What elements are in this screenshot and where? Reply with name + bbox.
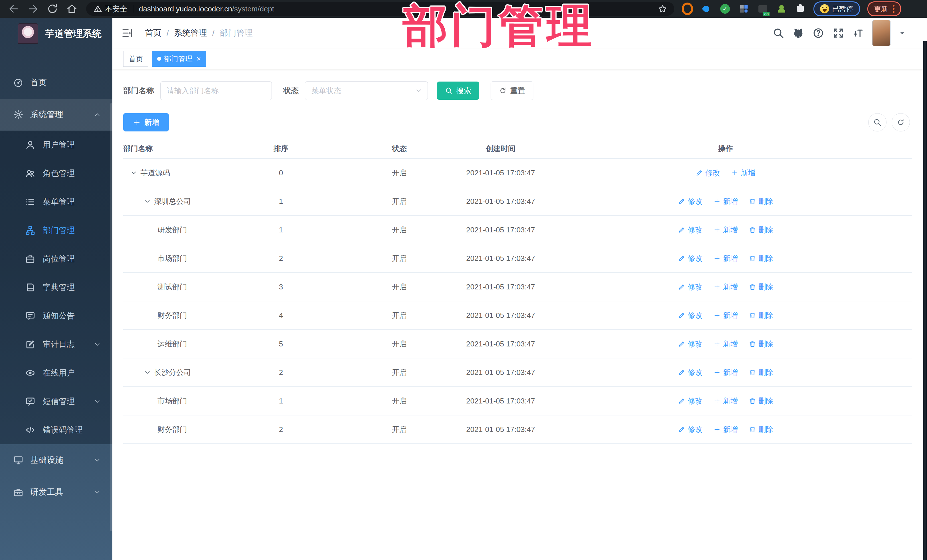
row-action-del[interactable]: 删除 bbox=[749, 311, 773, 320]
sidebar-item-字典管理[interactable]: 字典管理 bbox=[0, 273, 112, 302]
sidebar-item-用户管理[interactable]: 用户管理 bbox=[0, 131, 112, 159]
sidebar-item-部门管理[interactable]: 部门管理 bbox=[0, 216, 112, 244]
reload-icon[interactable] bbox=[47, 3, 58, 15]
expand-caret-icon[interactable] bbox=[144, 197, 151, 205]
row-action-edit[interactable]: 修改 bbox=[678, 425, 702, 434]
status-cell: 开启 bbox=[337, 196, 462, 206]
help-icon[interactable] bbox=[812, 27, 824, 39]
profile-chip[interactable]: 已暂停 bbox=[813, 2, 860, 16]
scrollbar-thumb[interactable] bbox=[923, 41, 927, 560]
created-cell: 2021-01-05 17:03:47 bbox=[462, 397, 539, 405]
back-icon[interactable] bbox=[8, 3, 20, 15]
row-action-del[interactable]: 删除 bbox=[749, 339, 773, 349]
row-action-del[interactable]: 删除 bbox=[749, 367, 773, 378]
sidebar-item-通知公告[interactable]: 通知公告 bbox=[0, 302, 112, 330]
home-icon[interactable] bbox=[66, 3, 78, 15]
sidebar-item-基础设施[interactable]: 基础设施 bbox=[0, 444, 112, 476]
row-action-add[interactable]: 新增 bbox=[713, 425, 738, 434]
actions-cell: 修改新增 bbox=[539, 168, 912, 178]
puzzle-extension-icon[interactable] bbox=[795, 3, 806, 15]
sidebar-item-菜单管理[interactable]: 菜单管理 bbox=[0, 188, 112, 216]
breadcrumb-home[interactable]: 首页 bbox=[145, 27, 161, 39]
row-action-del[interactable]: 删除 bbox=[749, 282, 773, 292]
sidebar-scrollbar[interactable] bbox=[110, 103, 112, 531]
row-action-add[interactable]: 新增 bbox=[713, 339, 738, 349]
row-action-add[interactable]: 新增 bbox=[731, 168, 755, 178]
sidebar-item-首页[interactable]: 首页 bbox=[0, 67, 112, 99]
status-cell: 开启 bbox=[337, 311, 462, 320]
row-action-edit[interactable]: 修改 bbox=[696, 168, 720, 178]
row-action-add[interactable]: 新增 bbox=[713, 196, 738, 206]
sidebar-item-系统管理[interactable]: 系统管理 bbox=[0, 99, 112, 131]
row-action-edit[interactable]: 修改 bbox=[678, 367, 702, 378]
row-action-add[interactable]: 新增 bbox=[713, 225, 738, 235]
sidebar-item-岗位管理[interactable]: 岗位管理 bbox=[0, 244, 112, 273]
grid-extension-icon[interactable] bbox=[738, 3, 749, 15]
fullscreen-icon[interactable] bbox=[832, 27, 844, 39]
sidebar-item-label: 部门管理 bbox=[43, 225, 75, 236]
browser-menu-icon[interactable] bbox=[893, 5, 895, 13]
reset-button[interactable]: 重置 bbox=[491, 81, 533, 100]
trash-icon bbox=[749, 369, 756, 376]
search-button[interactable]: 搜索 bbox=[437, 82, 479, 100]
dept-name-input[interactable]: 请输入部门名称 bbox=[160, 81, 272, 100]
add-button[interactable]: 新增 bbox=[123, 113, 169, 132]
row-action-del[interactable]: 删除 bbox=[749, 225, 773, 235]
sidebar-item-短信管理[interactable]: 短信管理 bbox=[0, 387, 112, 416]
row-action-edit[interactable]: 修改 bbox=[678, 396, 702, 406]
row-action-add[interactable]: 新增 bbox=[713, 367, 738, 378]
expand-caret-icon[interactable] bbox=[130, 169, 137, 176]
users-icon bbox=[25, 168, 35, 179]
status-select[interactable]: 菜单状态 bbox=[305, 81, 428, 100]
close-tab-icon[interactable]: × bbox=[196, 55, 201, 62]
user-avatar[interactable] bbox=[872, 20, 891, 46]
sidebar-item-错误码管理[interactable]: 错误码管理 bbox=[0, 416, 112, 444]
bookmark-star-icon[interactable] bbox=[658, 4, 667, 14]
row-action-add[interactable]: 新增 bbox=[713, 396, 738, 406]
check-circle-extension-icon[interactable]: ✓ bbox=[719, 3, 731, 15]
expand-caret-icon[interactable] bbox=[144, 369, 151, 376]
refresh-table-button[interactable] bbox=[892, 113, 910, 132]
breadcrumb-system[interactable]: 系统管理 bbox=[174, 27, 207, 39]
sidebar-item-在线用户[interactable]: 在线用户 bbox=[0, 359, 112, 387]
update-button[interactable]: 更新 bbox=[868, 2, 901, 16]
hamburger-icon[interactable] bbox=[121, 27, 134, 39]
eye-icon bbox=[25, 368, 35, 378]
row-action-del[interactable]: 删除 bbox=[749, 396, 773, 406]
tab-首页[interactable]: 首页 bbox=[123, 51, 148, 67]
row-action-edit[interactable]: 修改 bbox=[678, 253, 702, 264]
security-badge[interactable]: 不安全 bbox=[94, 4, 127, 14]
row-action-edit[interactable]: 修改 bbox=[678, 311, 702, 320]
chevron-down-icon bbox=[94, 341, 101, 348]
row-action-edit[interactable]: 修改 bbox=[678, 196, 702, 206]
sidebar-item-审计日志[interactable]: 审计日志 bbox=[0, 330, 112, 359]
row-action-add[interactable]: 新增 bbox=[713, 253, 738, 264]
row-action-add[interactable]: 新增 bbox=[713, 311, 738, 320]
row-action-edit[interactable]: 修改 bbox=[678, 339, 702, 349]
row-action-edit[interactable]: 修改 bbox=[678, 225, 702, 235]
sidebar-item-角色管理[interactable]: 角色管理 bbox=[0, 159, 112, 188]
show-search-button[interactable] bbox=[868, 113, 886, 132]
github-icon[interactable] bbox=[792, 27, 804, 39]
tab-部门管理[interactable]: 部门管理× bbox=[152, 51, 206, 67]
search-icon[interactable] bbox=[772, 27, 784, 39]
page-scrollbar[interactable] bbox=[923, 18, 927, 560]
forward-icon[interactable] bbox=[27, 3, 39, 15]
pencil-icon bbox=[678, 426, 685, 433]
person-extension-icon[interactable] bbox=[776, 3, 787, 15]
drop-extension-icon[interactable] bbox=[701, 3, 712, 15]
sidebar-item-研发工具[interactable]: 研发工具 bbox=[0, 476, 112, 508]
row-action-del[interactable]: 删除 bbox=[749, 253, 773, 264]
target-extension-icon[interactable] bbox=[682, 3, 693, 15]
row-action-del[interactable]: 删除 bbox=[749, 196, 773, 206]
row-action-del[interactable]: 删除 bbox=[749, 425, 773, 434]
col-actions: 操作 bbox=[539, 144, 912, 154]
font-size-icon[interactable] bbox=[852, 27, 864, 39]
pencil-icon bbox=[678, 369, 685, 376]
chevron-down-icon[interactable] bbox=[898, 29, 906, 37]
plus-icon bbox=[731, 169, 739, 176]
row-action-edit[interactable]: 修改 bbox=[678, 282, 702, 292]
app-logo-row[interactable]: 芋道管理系统 bbox=[0, 18, 112, 50]
switch-extension-icon[interactable]: on bbox=[757, 3, 768, 15]
row-action-add[interactable]: 新增 bbox=[713, 282, 738, 292]
